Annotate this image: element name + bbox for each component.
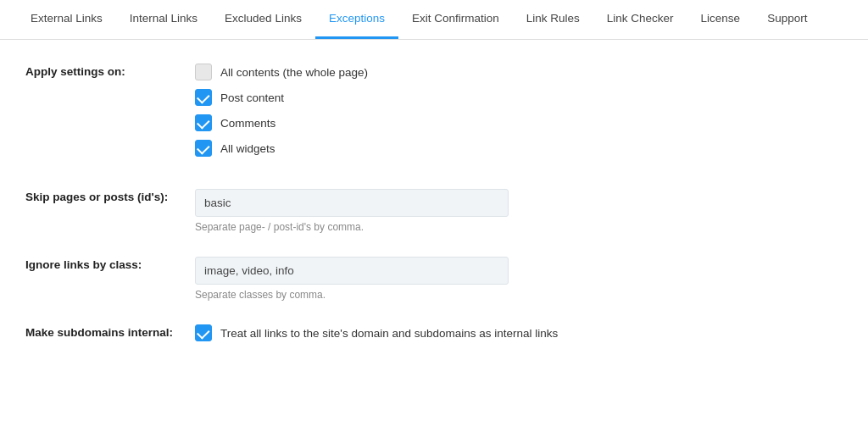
ignore-links-label: Ignore links by class: (25, 257, 195, 271)
skip-pages-control: Separate page- / post-id's by comma. (195, 189, 843, 233)
checkbox-all-contents[interactable] (195, 64, 212, 80)
checkbox-item-all-contents: All contents (the whole page) (195, 64, 843, 80)
skip-pages-input[interactable] (195, 189, 509, 217)
page-wrapper: External LinksInternal LinksExcluded Lin… (0, 0, 868, 432)
checkbox-label-all-widgets: All widgets (220, 142, 275, 155)
apply-settings-row: Apply settings on: All contents (the who… (25, 64, 843, 165)
subdomains-description: Treat all links to the site's domain and… (220, 327, 558, 340)
nav-tabs: External LinksInternal LinksExcluded Lin… (0, 0, 868, 40)
nav-tab-license[interactable]: License (687, 0, 754, 39)
apply-settings-control: All contents (the whole page)Post conten… (195, 64, 843, 165)
apply-settings-label: Apply settings on: (25, 64, 195, 78)
nav-tab-link-rules[interactable]: Link Rules (513, 0, 593, 39)
nav-tab-excluded-links[interactable]: Excluded Links (211, 0, 315, 39)
subdomains-control: Treat all links to the site's domain and… (195, 324, 843, 341)
nav-tab-exceptions[interactable]: Exceptions (315, 0, 398, 39)
subdomains-row: Make subdomains internal: Treat all link… (25, 324, 843, 341)
nav-tab-support[interactable]: Support (754, 0, 821, 39)
checkbox-comments[interactable] (195, 114, 212, 131)
ignore-links-hint: Separate classes by comma. (195, 289, 843, 301)
checkbox-label-post-content: Post content (220, 91, 284, 104)
checkbox-label-comments: Comments (220, 117, 275, 130)
ignore-links-control: Separate classes by comma. (195, 257, 843, 301)
subdomains-inner: Treat all links to the site's domain and… (195, 324, 843, 341)
nav-tab-internal-links[interactable]: Internal Links (116, 0, 211, 39)
checkbox-label-all-contents: All contents (the whole page) (220, 66, 368, 79)
skip-pages-row: Skip pages or posts (id's): Separate pag… (25, 189, 843, 233)
ignore-links-row: Ignore links by class: Separate classes … (25, 257, 843, 301)
ignore-links-input[interactable] (195, 257, 509, 285)
nav-tab-external-links[interactable]: External Links (17, 0, 116, 39)
checkbox-post-content[interactable] (195, 89, 212, 106)
content-area: Apply settings on: All contents (the who… (0, 40, 868, 382)
skip-pages-label: Skip pages or posts (id's): (25, 189, 195, 203)
checkbox-item-all-widgets: All widgets (195, 140, 843, 157)
subdomains-label: Make subdomains internal: (25, 324, 195, 339)
subdomains-checkbox[interactable] (195, 324, 212, 341)
checkbox-item-post-content: Post content (195, 89, 843, 106)
nav-tab-link-checker[interactable]: Link Checker (593, 0, 687, 39)
nav-tab-exit-confirmation[interactable]: Exit Confirmation (398, 0, 513, 39)
checkbox-item-comments: Comments (195, 114, 843, 131)
skip-pages-hint: Separate page- / post-id's by comma. (195, 221, 843, 233)
checkbox-all-widgets[interactable] (195, 140, 212, 157)
